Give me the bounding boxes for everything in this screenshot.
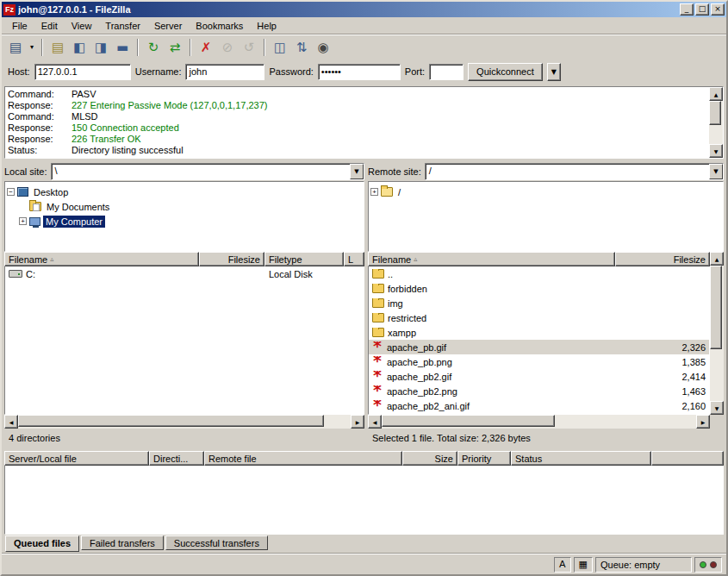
scroll-right-icon[interactable]: ▶: [351, 415, 364, 429]
minimize-button[interactable]: _: [680, 3, 694, 16]
column-header-filetype[interactable]: Filetype: [264, 252, 344, 266]
column-header-directi[interactable]: Directi...: [149, 451, 204, 466]
tree-item[interactable]: +My Computer: [7, 214, 362, 229]
maximize-button[interactable]: □: [695, 3, 709, 16]
chevron-down-icon[interactable]: ▼: [350, 164, 364, 179]
port-input[interactable]: [429, 64, 464, 80]
file-row[interactable]: apache_pb2.png1,463: [369, 384, 709, 398]
log-vertical-scrollbar[interactable]: ▲ ▼: [709, 87, 723, 158]
file-row[interactable]: apache_pb2.gif2,414: [369, 369, 709, 384]
remote-vscroll-track[interactable]: [710, 266, 724, 401]
menu-transfer[interactable]: Transfer: [98, 18, 147, 34]
remote-site-combo[interactable]: / ▼: [425, 163, 724, 180]
local-horizontal-scrollbar[interactable]: ◀ ▶: [4, 415, 364, 429]
file-row[interactable]: xampp: [369, 325, 709, 340]
column-header-status[interactable]: Status: [511, 451, 651, 466]
scroll-right-icon[interactable]: ▶: [696, 415, 710, 429]
file-row[interactable]: restricted: [369, 310, 709, 325]
toggle-remote-tree-icon[interactable]: ◨: [90, 37, 111, 58]
transfer-queue: Server/Local fileDirecti...Remote fileSi…: [4, 451, 724, 535]
log-scroll-track[interactable]: [709, 101, 723, 144]
remote-horizontal-scrollbar[interactable]: ◀ ▶: [368, 415, 710, 429]
expand-plus-icon[interactable]: +: [370, 188, 378, 196]
tab-queued-files[interactable]: Queued files: [5, 535, 79, 552]
log-scroll-thumb[interactable]: [709, 101, 721, 125]
quickconnect-button[interactable]: Quickconnect: [468, 63, 543, 81]
tree-item[interactable]: −Desktop: [7, 185, 362, 199]
host-input[interactable]: [34, 64, 131, 80]
file-row[interactable]: apache_pb2_ani.gif2,160: [369, 398, 709, 413]
column-header-remote-file[interactable]: Remote file: [204, 451, 402, 466]
file-row[interactable]: apache_pb.png1,385: [369, 354, 709, 369]
file-row[interactable]: apache_pb.gif2,326: [369, 340, 709, 354]
menu-edit[interactable]: Edit: [34, 18, 65, 34]
toggle-log-icon[interactable]: ▤: [47, 37, 68, 58]
scroll-up-icon[interactable]: ▲: [710, 252, 724, 266]
column-header-filename[interactable]: Filename▵: [368, 252, 615, 266]
username-input[interactable]: [185, 64, 264, 80]
scroll-down-icon[interactable]: ▼: [709, 144, 723, 158]
remote-hscroll-thumb[interactable]: [382, 415, 555, 427]
process-queue-icon[interactable]: ⇄: [165, 37, 185, 58]
log-line-text: Directory listing successful: [72, 145, 184, 156]
synchronized-browsing-icon[interactable]: ⇅: [291, 37, 312, 58]
directory-comparison-icon[interactable]: ◫: [270, 37, 290, 58]
menu-bookmarks[interactable]: Bookmarks: [189, 18, 250, 34]
chevron-down-icon[interactable]: ▼: [709, 164, 723, 179]
column-header-label: Server/Local file: [9, 454, 77, 464]
column-header-filesize[interactable]: Filesize: [615, 252, 710, 266]
file-row[interactable]: img: [369, 296, 709, 310]
close-button[interactable]: ×: [711, 3, 725, 16]
scroll-up-icon[interactable]: ▲: [709, 87, 723, 101]
column-header-priority[interactable]: Priority: [457, 451, 511, 466]
menu-server[interactable]: Server: [147, 18, 189, 34]
local-hscroll-thumb[interactable]: [18, 415, 324, 427]
column-header-label: Status: [515, 454, 542, 464]
toggle-local-tree-icon[interactable]: ◧: [69, 37, 90, 58]
disconnect-icon[interactable]: ⊘: [217, 37, 238, 58]
file-row[interactable]: ..: [369, 266, 709, 281]
cancel-icon[interactable]: ✗: [196, 37, 216, 58]
remote-hscroll-track[interactable]: [382, 415, 696, 429]
column-header-server-local-file[interactable]: Server/Local file: [4, 451, 149, 466]
column-header-size[interactable]: Size: [402, 451, 457, 466]
file-name: apache_pb.gif: [387, 342, 446, 353]
tree-item[interactable]: My Documents: [7, 199, 362, 214]
password-input[interactable]: [318, 64, 401, 80]
refresh-icon[interactable]: ↻: [143, 37, 164, 58]
tab-successful-transfers[interactable]: Successful transfers: [165, 535, 268, 550]
reconnect-icon[interactable]: ↺: [239, 37, 259, 58]
speed-limit-icon[interactable]: ▦: [574, 557, 593, 573]
scroll-left-icon[interactable]: ◀: [4, 415, 18, 429]
scroll-left-icon[interactable]: ◀: [368, 415, 382, 429]
scroll-down-icon[interactable]: ▼: [710, 401, 724, 415]
tree-item[interactable]: +/: [370, 185, 721, 199]
site-manager-dropdown[interactable]: ▾: [27, 37, 37, 58]
site-manager-icon[interactable]: ▤: [5, 37, 26, 58]
toggle-queue-icon[interactable]: ▬: [112, 37, 133, 58]
expand-plus-icon[interactable]: +: [19, 217, 27, 225]
column-header-filesize[interactable]: Filesize: [199, 252, 264, 266]
column-header-filename[interactable]: Filename▵: [4, 252, 199, 266]
file-row[interactable]: forbidden: [369, 281, 709, 296]
quickconnect-dropdown[interactable]: ▼: [547, 63, 561, 81]
local-hscroll-track[interactable]: [18, 415, 351, 429]
transfer-type-icon[interactable]: A: [554, 557, 571, 573]
column-header-label: Filename: [372, 254, 411, 265]
tab-failed-transfers[interactable]: Failed transfers: [81, 535, 164, 550]
collapse-minus-icon[interactable]: −: [7, 188, 15, 196]
column-header-l[interactable]: L: [344, 252, 364, 266]
find-files-icon[interactable]: ◉: [313, 37, 333, 58]
remote-vertical-scrollbar[interactable]: ▲ ▼: [710, 252, 724, 415]
menu-file[interactable]: File: [5, 18, 34, 34]
file-panes: Local site: \ ▼ −DesktopMy Documents+My …: [2, 162, 726, 448]
folder-icon: [372, 284, 384, 293]
title-bar: Fz john@127.0.0.1 - FileZilla _□×: [2, 2, 726, 17]
menu-view[interactable]: View: [65, 18, 99, 34]
folder-icon: [372, 298, 384, 308]
menu-help[interactable]: Help: [250, 18, 283, 34]
file-row[interactable]: C:Local Disk: [5, 266, 364, 281]
local-site-combo[interactable]: \ ▼: [51, 163, 364, 180]
remote-site-label: Remote site:: [368, 166, 421, 177]
remote-vscroll-thumb[interactable]: [710, 266, 722, 349]
